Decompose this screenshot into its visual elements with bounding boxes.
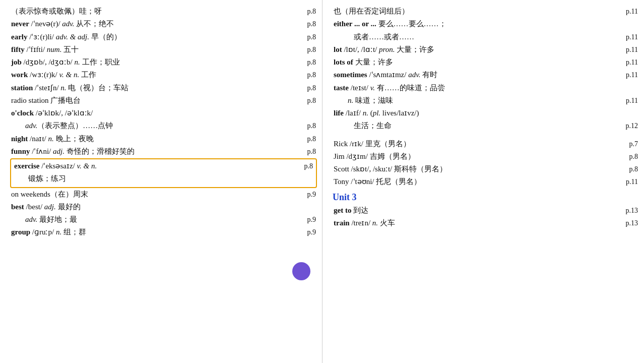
top-entry: （表示惊奇或敬佩）哇；呀 p.8 [10, 5, 317, 17]
entry-lots-of: lots of 大量；许多 p.11 [333, 56, 639, 68]
right-top-entry: 也（用在否定词组后） p.11 [333, 5, 639, 17]
entry-get-to: get to 到达 p.13 [333, 205, 639, 216]
entry-best-adj: best /best/ adj. 最好的 [10, 201, 317, 213]
entry-lot-page: p.11 [626, 44, 638, 55]
cursor-icon [292, 262, 310, 280]
entry-scott: Scott /skɒt/, /skuːt/ 斯科特（男名） p.8 [333, 163, 639, 175]
entry-radio-station-text: radio station 广播电台 [11, 95, 307, 106]
entry-jim-text: Jim /dʒɪm/ 吉姆（男名） [334, 151, 629, 162]
entry-taste-n-page: p.11 [626, 95, 638, 106]
entry-sometimes-text: sometimes /ˈsʌmtaɪmz/ adv. 有时 [334, 69, 626, 81]
entry-exercise-line1-text: exercise /ˈeksəsaɪz/ v. & n. [14, 160, 304, 172]
entry-on-weekends: on weekends（在）周末 p.9 [10, 189, 317, 200]
entry-night-text: night /naɪt/ n. 晚上；夜晚 [11, 133, 307, 145]
entry-station: station /ˈsteɪʃn/ n. 电（视）台；车站 p.8 [10, 82, 317, 94]
entry-life-def: 生活；生命 p.12 [333, 120, 639, 132]
entry-exercise-line1: exercise /ˈeksəsaɪz/ v. & n. p.8 [13, 160, 314, 172]
left-column: （表示惊奇或敬佩）哇；呀 p.8 never /ˈnevə(r)/ adv. 从… [0, 0, 323, 363]
entry-train-page: p.13 [626, 218, 638, 229]
entry-exercise-page: p.8 [304, 161, 313, 172]
entry-sometimes-page: p.11 [626, 70, 638, 81]
entry-life-def-text: 生活；生命 [334, 120, 626, 132]
entry-sometimes: sometimes /ˈsʌmtaɪmz/ adv. 有时 p.11 [333, 69, 639, 81]
entry-lots-of-text: lots of 大量；许多 [334, 56, 626, 68]
entry-job-text: job /dʒɒb/, /dʒɑːb/ n. 工作；职业 [11, 56, 307, 68]
entry-scott-text: Scott /skɒt/, /skuːt/ 斯科特（男名） [334, 163, 629, 175]
entry-jim-page: p.8 [629, 151, 638, 162]
entry-never: never /ˈnevə(r)/ adv. 从不；绝不 p.8 [10, 18, 317, 30]
entry-taste-n-text: n. 味道；滋味 [348, 95, 626, 106]
entry-rick-text: Rick /rɪk/ 里克（男名） [334, 138, 629, 150]
entry-either-or: either ... or ... 要么……要么……； [333, 18, 639, 30]
entry-best-adv-text: adv. 最好地；最 [25, 214, 307, 225]
entry-funny-text: funny /ˈfʌni/ adj. 奇怪的；滑稽好笑的 [11, 146, 307, 157]
entry-either-or-text: either ... or ... 要么……要么……； [334, 18, 638, 30]
entry-night-page: p.8 [307, 134, 316, 145]
entry-best-adj-text: best /best/ adj. 最好的 [11, 201, 316, 213]
entry-either-or-2: 或者……或者…… p.11 [333, 31, 639, 43]
entry-radio-station-page: p.8 [307, 95, 316, 106]
entry-tony: Tony /ˈtəʊni/ 托尼（男名） p.11 [333, 176, 639, 188]
entry-fifty-text: fifty /ˈfɪfti/ num. 五十 [11, 44, 307, 55]
entry-best-adv: adv. 最好地；最 p.9 [10, 214, 317, 225]
entry-oclock-def: adv.（表示整点）……点钟 p.8 [10, 120, 317, 132]
entry-station-text: station /ˈsteɪʃn/ n. 电（视）台；车站 [11, 82, 307, 94]
entry-group-page: p.9 [307, 227, 316, 238]
entry-rick: Rick /rɪk/ 里克（男名） p.7 [333, 138, 639, 150]
entry-never-page: p.8 [307, 19, 316, 30]
entry-oclock-ph-text: o'clock /əˈklɒk/, /əˈklɑːk/ [11, 107, 316, 119]
entry-station-page: p.8 [307, 83, 316, 94]
entry-work: work /wɜː(r)k/ v. & n. 工作 p.8 [10, 69, 317, 81]
entry-radio-station: radio station 广播电台 p.8 [10, 95, 317, 106]
entry-work-text: work /wɜː(r)k/ v. & n. 工作 [11, 69, 307, 81]
entry-taste-n: n. 味道；滋味 p.11 [333, 95, 639, 106]
entry-get-to-page: p.13 [626, 205, 638, 216]
entry-tony-text: Tony /ˈtəʊni/ 托尼（男名） [334, 176, 626, 188]
entry-early-page: p.8 [307, 32, 316, 43]
entry-life-text: life /laɪf/ n. (pl. lives/laɪvz/) [334, 107, 638, 119]
entry-rick-page: p.7 [629, 139, 638, 150]
entry-taste-v: taste /teɪst/ v. 有……的味道；品尝 [333, 82, 639, 94]
entry-never-text: never /ˈnevə(r)/ adv. 从不；绝不 [11, 18, 307, 30]
entry-lot: lot /lɒt/, /lɑːt/ pron. 大量；许多 p.11 [333, 44, 639, 55]
entry-oclock-def-text: adv.（表示整点）……点钟 [25, 120, 307, 132]
top-entry-text: （表示惊奇或敬佩）哇；呀 [11, 5, 307, 17]
entry-life-def-page: p.12 [626, 120, 638, 132]
entry-group: group /ɡruːp/ n. 组；群 p.9 [10, 226, 317, 238]
entry-scott-page: p.8 [629, 164, 638, 175]
right-top-entry-text: 也（用在否定词组后） [334, 5, 626, 17]
entry-fifty-page: p.8 [307, 44, 316, 55]
page: （表示惊奇或敬佩）哇；呀 p.8 never /ˈnevə(r)/ adv. 从… [0, 0, 644, 363]
entry-oclock-def-page: p.8 [307, 120, 316, 132]
entry-job-page: p.8 [307, 57, 316, 68]
entry-night: night /naɪt/ n. 晚上；夜晚 p.8 [10, 133, 317, 145]
entry-jim: Jim /dʒɪm/ 吉姆（男名） p.8 [333, 151, 639, 162]
entry-funny: funny /ˈfʌni/ adj. 奇怪的；滑稽好笑的 p.8 [10, 146, 317, 157]
entry-early: early /ˈɜː(r)li/ adv. & adj. 早（的） p.8 [10, 31, 317, 43]
entry-work-page: p.8 [307, 70, 316, 81]
right-column: 也（用在否定词组后） p.11 either ... or ... 要么……要么… [323, 0, 644, 363]
entry-either-or-2-page: p.11 [626, 32, 638, 43]
entry-train-text: train /treɪn/ n. 火车 [334, 217, 626, 229]
entry-exercise-highlighted: exercise /ˈeksəsaɪz/ v. & n. p.8 锻炼；练习 [10, 158, 317, 188]
entry-early-text: early /ˈɜː(r)li/ adv. & adj. 早（的） [11, 31, 307, 43]
top-entry-page: p.8 [307, 6, 316, 17]
entry-either-or-2-text: 或者……或者…… [334, 31, 626, 43]
entry-group-text: group /ɡruːp/ n. 组；群 [11, 226, 307, 238]
entry-get-to-text: get to 到达 [334, 205, 626, 216]
entry-life: life /laɪf/ n. (pl. lives/laɪvz/) [333, 107, 639, 119]
entry-on-weekends-page: p.9 [307, 189, 316, 200]
entry-fifty: fifty /ˈfɪfti/ num. 五十 p.8 [10, 44, 317, 55]
entry-exercise-line2-text: 锻炼；练习 [28, 173, 313, 185]
entry-funny-page: p.8 [307, 146, 316, 157]
entry-train: train /treɪn/ n. 火车 p.13 [333, 217, 639, 229]
entry-lots-of-page: p.11 [626, 57, 638, 68]
entry-tony-page: p.11 [626, 176, 638, 188]
entry-taste-v-text: taste /teɪst/ v. 有……的味道；品尝 [334, 82, 638, 94]
entry-on-weekends-text: on weekends（在）周末 [11, 189, 307, 200]
unit3-header: Unit 3 [333, 192, 639, 203]
entry-best-adv-page: p.9 [307, 214, 316, 225]
entry-job: job /dʒɒb/, /dʒɑːb/ n. 工作；职业 p.8 [10, 56, 317, 68]
entry-exercise-line2: 锻炼；练习 [13, 173, 314, 185]
entry-oclock-ph: o'clock /əˈklɒk/, /əˈklɑːk/ [10, 107, 317, 119]
